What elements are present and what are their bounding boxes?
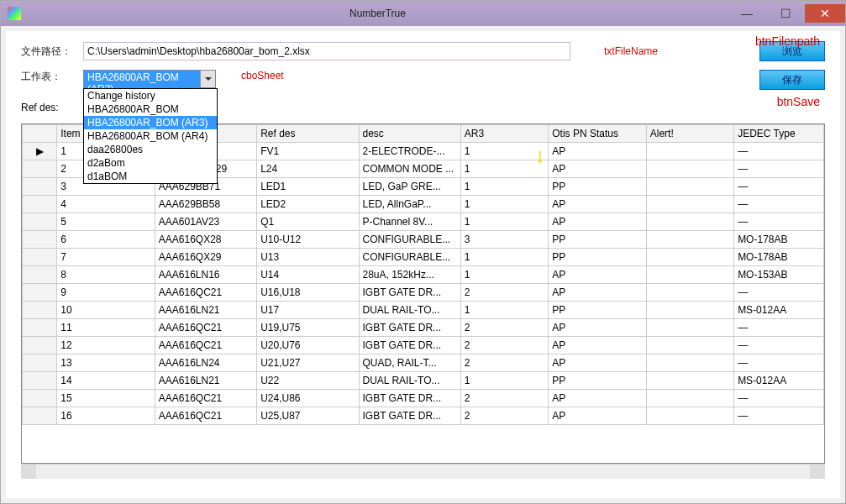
cell-item[interactable]: 13 [57, 354, 155, 372]
table-row[interactable]: 10AAA616LN21U17DUAL RAIL-TO...1PPMS-012A… [23, 302, 824, 319]
cell-desc[interactable]: COMMON MODE ... [359, 160, 460, 178]
cell-otis[interactable]: PP [549, 231, 647, 249]
table-row[interactable]: 12AAA616QC21U20,U76IGBT GATE DR...2AP— [23, 337, 824, 354]
cell-jedec[interactable]: MO-178AB [734, 249, 824, 266]
table-row[interactable]: 11AAA616QC21U19,U75IGBT GATE DR...2AP— [23, 319, 824, 337]
cell-ref[interactable]: U24,U86 [257, 390, 359, 407]
cell-jedec[interactable]: — [734, 213, 824, 231]
cell-ar3[interactable]: 2 [460, 337, 548, 354]
cell-jedec[interactable]: — [734, 196, 824, 213]
cell-ref[interactable]: U10-U12 [257, 231, 359, 249]
cell-jedec[interactable]: — [734, 407, 824, 425]
cell-otis[interactable]: AP [549, 266, 647, 284]
cell-jedec[interactable]: — [734, 143, 824, 160]
cell-alert[interactable] [646, 213, 733, 231]
cell-ar3[interactable]: 2 [460, 407, 548, 425]
chevron-down-icon[interactable] [200, 71, 215, 87]
dropdown-item[interactable]: HBA26800AR_BOM (AR4) [84, 129, 217, 143]
cell-ar3[interactable]: 1 [460, 160, 548, 178]
dropdown-item[interactable]: HBA26800AR_BOM (AR3) [84, 116, 217, 129]
cell-desc[interactable]: IGBT GATE DR... [359, 284, 460, 302]
cell-ar3[interactable]: 1 [460, 143, 548, 160]
cell-pn[interactable]: AAA616LN16 [155, 266, 256, 284]
sheet-combo-display[interactable]: HBA26800AR_BOM (AR3) [83, 70, 216, 88]
cell-ref[interactable]: LED2 [257, 196, 359, 213]
cell-jedec[interactable]: — [734, 319, 824, 337]
cell-ref[interactable]: U13 [257, 249, 359, 266]
cell-ref[interactable]: Q1 [257, 213, 359, 231]
cell-pn[interactable]: AAA601AV23 [155, 213, 256, 231]
table-row[interactable]: 4AAA629BB58LED2LED, AllnGaP...1AP— [23, 196, 824, 213]
dropdown-item[interactable]: HBA26800AR_BOM [84, 102, 217, 116]
dropdown-item[interactable]: daa26800es [84, 143, 217, 156]
cell-otis[interactable]: PP [549, 178, 647, 196]
cell-item[interactable]: 11 [57, 319, 155, 337]
col-desc[interactable]: desc [359, 125, 460, 143]
cell-desc[interactable]: QUAD, RAIL-T... [359, 354, 460, 372]
cell-otis[interactable]: AP [549, 143, 647, 160]
cell-ref[interactable]: U16,U18 [257, 284, 359, 302]
cell-otis[interactable]: AP [549, 337, 647, 354]
cell-pn[interactable]: AAA629BB58 [155, 196, 256, 213]
cell-jedec[interactable]: MS-012AA [734, 302, 824, 319]
sheet-dropdown[interactable]: Change historyHBA26800AR_BOMHBA26800AR_B… [83, 88, 218, 184]
cell-ref[interactable]: U21,U27 [257, 354, 359, 372]
cell-alert[interactable] [646, 390, 733, 407]
cell-otis[interactable]: PP [549, 249, 647, 266]
cell-item[interactable]: 4 [57, 196, 155, 213]
cell-ref[interactable]: U17 [257, 302, 359, 319]
cell-pn[interactable]: AAA616QC21 [155, 390, 256, 407]
cell-alert[interactable] [646, 284, 733, 302]
cell-ref[interactable]: FV1 [257, 143, 359, 160]
cell-ref[interactable]: L24 [257, 160, 359, 178]
cell-ref[interactable]: U25,U87 [257, 407, 359, 425]
cell-desc[interactable]: IGBT GATE DR... [359, 337, 460, 354]
cell-ref[interactable]: U20,U76 [257, 337, 359, 354]
cell-jedec[interactable]: MS-012AA [734, 372, 824, 390]
cell-pn[interactable]: AAA616QC21 [155, 407, 256, 425]
cell-desc[interactable]: IGBT GATE DR... [359, 319, 460, 337]
cell-ar3[interactable]: 1 [460, 178, 548, 196]
table-row[interactable]: 9AAA616QC21U16,U18IGBT GATE DR...2AP— [23, 284, 824, 302]
cell-ar3[interactable]: 2 [460, 284, 548, 302]
cell-ref[interactable]: U19,U75 [257, 319, 359, 337]
cell-ref[interactable]: LED1 [257, 178, 359, 196]
dropdown-item[interactable]: Change history [84, 89, 217, 102]
filepath-input[interactable] [83, 42, 570, 60]
col-alert[interactable]: Alert! [646, 125, 733, 143]
cell-jedec[interactable]: — [734, 284, 824, 302]
col-ar3[interactable]: AR3 [460, 125, 548, 143]
cell-desc[interactable]: 28uA, 152kHz... [359, 266, 460, 284]
cell-pn[interactable]: AAA616QC21 [155, 319, 256, 337]
cell-pn[interactable]: AAA616LN21 [155, 302, 256, 319]
horizontal-scrollbar[interactable] [21, 464, 825, 479]
cell-item[interactable]: 12 [57, 337, 155, 354]
cell-alert[interactable] [646, 319, 733, 337]
cell-otis[interactable]: AP [549, 160, 647, 178]
cell-ar3[interactable]: 1 [460, 249, 548, 266]
cell-ar3[interactable]: 2 [460, 390, 548, 407]
cell-ar3[interactable]: 3 [460, 231, 548, 249]
cell-desc[interactable]: DUAL RAIL-TO... [359, 302, 460, 319]
dropdown-item[interactable]: d1aBOM [84, 170, 217, 183]
cell-desc[interactable]: P-Channel 8V... [359, 213, 460, 231]
cell-desc[interactable]: IGBT GATE DR... [359, 407, 460, 425]
cell-otis[interactable]: AP [549, 354, 647, 372]
cell-ar3[interactable]: 2 [460, 319, 548, 337]
cell-desc[interactable]: CONFIGURABLE... [359, 249, 460, 266]
cell-alert[interactable] [646, 249, 733, 266]
cell-ar3[interactable]: 1 [460, 266, 548, 284]
cell-desc[interactable]: CONFIGURABLE... [359, 231, 460, 249]
cell-otis[interactable]: PP [549, 372, 647, 390]
cell-desc[interactable]: LED, GaP GRE... [359, 178, 460, 196]
cell-jedec[interactable]: — [734, 337, 824, 354]
table-row[interactable]: 8AAA616LN16U1428uA, 152kHz...1APMO-153AB [23, 266, 824, 284]
cell-ar3[interactable]: 1 [460, 372, 548, 390]
cell-desc[interactable]: LED, AllnGaP... [359, 196, 460, 213]
cell-item[interactable]: 14 [57, 372, 155, 390]
maximize-button[interactable]: ☐ [766, 4, 805, 23]
cell-otis[interactable]: AP [549, 407, 647, 425]
sheet-combo[interactable]: HBA26800AR_BOM (AR3) Change historyHBA26… [83, 70, 216, 88]
cell-desc[interactable]: IGBT GATE DR... [359, 390, 460, 407]
cell-pn[interactable]: AAA616LN24 [155, 354, 256, 372]
